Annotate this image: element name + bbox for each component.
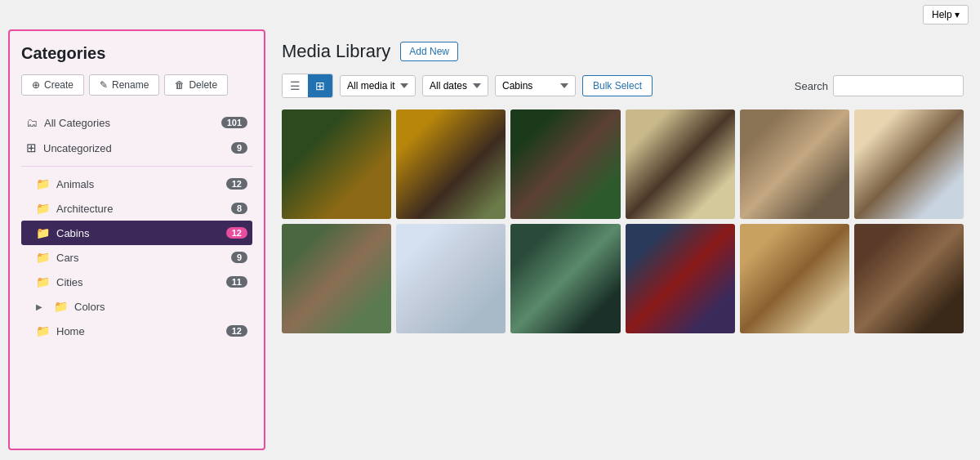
- grid-view-button[interactable]: ⊞: [308, 74, 332, 97]
- cat-count: 101: [221, 117, 247, 128]
- cat-count: 9: [231, 142, 247, 154]
- search-area: Search: [795, 75, 964, 96]
- folder-icon: 📁: [54, 300, 68, 313]
- main-content: Media Library Add New ☰ ⊞ All media it I…: [265, 29, 980, 458]
- media-toolbar: ☰ ⊞ All media it Images Videos All dates…: [282, 74, 964, 98]
- categories-sidebar: Categories ⊕ Create ✎ Rename 🗑 Delete 🗂 …: [8, 29, 265, 450]
- folder-icon: 📁: [36, 251, 50, 264]
- rename-icon: ✎: [100, 79, 108, 91]
- sidebar-item-all-categories[interactable]: 🗂 All Categories 101: [21, 110, 252, 135]
- media-thumbnail[interactable]: [854, 224, 964, 333]
- divider: [21, 166, 252, 167]
- cat-count: 12: [226, 227, 247, 239]
- sidebar-item-cars[interactable]: 📁 Cars 9: [21, 245, 252, 270]
- rename-label: Rename: [112, 79, 149, 91]
- create-label: Create: [44, 79, 74, 91]
- sidebar-item-cabins[interactable]: 📁 Cabins 12: [21, 221, 252, 245]
- search-input[interactable]: [833, 75, 964, 96]
- cat-label: Cars: [56, 252, 225, 264]
- cat-label: Uncategorized: [43, 142, 225, 154]
- folder-icon: 📁: [36, 202, 50, 215]
- delete-label: Delete: [189, 79, 217, 91]
- list-view-button[interactable]: ☰: [283, 74, 308, 97]
- media-thumbnail[interactable]: [510, 109, 620, 219]
- bulk-select-button[interactable]: Bulk Select: [582, 75, 653, 96]
- sidebar-title: Categories: [21, 44, 252, 63]
- cat-count: 12: [226, 325, 247, 337]
- media-thumbnail[interactable]: [740, 109, 849, 219]
- sidebar-item-home[interactable]: 📁 Home 12: [21, 319, 252, 343]
- date-filter[interactable]: All dates 2023 2022: [422, 75, 488, 96]
- media-thumbnail[interactable]: [396, 109, 506, 219]
- rename-button[interactable]: ✎ Rename: [89, 74, 159, 96]
- folder-icon: 📁: [36, 324, 50, 337]
- media-thumbnail[interactable]: [626, 109, 735, 219]
- create-button[interactable]: ⊕ Create: [21, 74, 84, 96]
- folder-icon: 📁: [36, 177, 50, 190]
- media-thumbnail[interactable]: [396, 224, 506, 333]
- delete-button[interactable]: 🗑 Delete: [164, 74, 228, 96]
- media-thumbnail[interactable]: [740, 224, 849, 333]
- media-header: Media Library Add New: [282, 41, 964, 62]
- media-thumbnail[interactable]: [282, 224, 391, 333]
- grid-icon: ⊞: [26, 141, 37, 155]
- trash-icon: 🗑: [175, 79, 185, 91]
- category-filter[interactable]: Cabins Animals Architecture Cars Cities: [495, 75, 576, 96]
- cat-label: Home: [56, 325, 220, 337]
- media-thumbnail[interactable]: [282, 109, 391, 219]
- media-thumbnail[interactable]: [854, 109, 964, 219]
- search-label: Search: [795, 80, 828, 92]
- media-grid: [282, 109, 964, 333]
- cat-count: 9: [231, 252, 247, 263]
- cat-label: Cabins: [56, 227, 220, 239]
- cat-label: All Categories: [44, 117, 215, 129]
- sidebar-item-cities[interactable]: 📁 Cities 11: [21, 270, 252, 294]
- folder-icon: 📁: [36, 275, 50, 288]
- view-toggle: ☰ ⊞: [282, 74, 333, 98]
- category-list: 🗂 All Categories 101 ⊞ Uncategorized 9 📁…: [21, 110, 252, 343]
- media-thumbnail[interactable]: [510, 224, 620, 333]
- top-bar: Help ▾: [0, 0, 980, 29]
- sidebar-actions: ⊕ Create ✎ Rename 🗑 Delete: [21, 74, 252, 96]
- cat-count: 12: [226, 178, 247, 190]
- add-new-button[interactable]: Add New: [400, 42, 458, 61]
- help-button[interactable]: Help ▾: [923, 5, 969, 25]
- media-thumbnail[interactable]: [626, 224, 735, 333]
- create-icon: ⊕: [32, 79, 40, 91]
- cat-count: 11: [226, 276, 247, 288]
- media-type-filter[interactable]: All media it Images Videos: [340, 75, 416, 96]
- main-layout: Categories ⊕ Create ✎ Rename 🗑 Delete 🗂 …: [0, 29, 980, 458]
- cat-label: Animals: [56, 178, 220, 190]
- cat-label: Colors: [74, 301, 247, 313]
- cat-count: 8: [231, 203, 247, 214]
- cat-label: Architecture: [56, 203, 225, 215]
- sidebar-item-animals[interactable]: 📁 Animals 12: [21, 172, 252, 196]
- cat-label: Cities: [56, 276, 220, 288]
- sidebar-item-colors[interactable]: ▶ 📁 Colors: [21, 294, 252, 319]
- sidebar-item-architecture[interactable]: 📁 Architecture 8: [21, 196, 252, 221]
- page-title: Media Library: [282, 41, 390, 62]
- chevron-right-icon: ▶: [36, 302, 47, 311]
- sidebar-item-uncategorized[interactable]: ⊞ Uncategorized 9: [21, 135, 252, 161]
- folder-icon: 📁: [36, 226, 50, 239]
- grid-icon: 🗂: [26, 116, 38, 129]
